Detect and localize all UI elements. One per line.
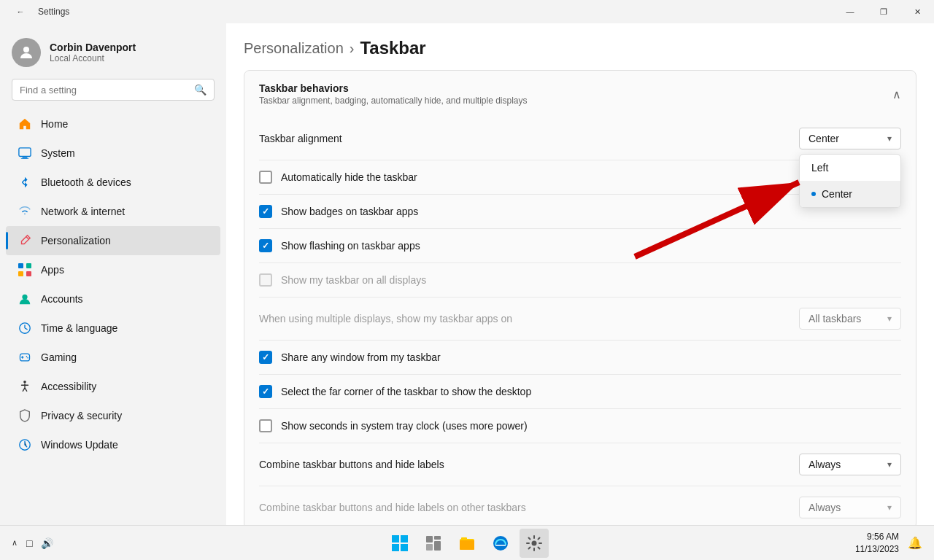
section-header[interactable]: Taskbar behaviors Taskbar alignment, bad… xyxy=(244,71,916,117)
start-button[interactable] xyxy=(385,529,414,558)
breadcrumb-separator: › xyxy=(350,40,355,57)
combine-buttons-other-dropdown[interactable]: Always ▾ xyxy=(799,497,901,518)
edge-button[interactable] xyxy=(486,529,515,558)
setting-label-show-badges: Show badges on taskbar apps xyxy=(281,206,418,217)
sidebar: Corbin Davenport Local Account 🔍 Home Sy… xyxy=(0,23,226,525)
sidebar-item-apps[interactable]: Apps xyxy=(6,255,220,284)
minimize-button[interactable]: — xyxy=(833,0,867,23)
sys-tray-expand-icon[interactable]: ∧ xyxy=(9,535,20,551)
avatar xyxy=(12,38,41,67)
multiple-displays-dropdown[interactable]: All taskbars ▾ xyxy=(799,308,901,330)
checkbox-show-flashing[interactable] xyxy=(259,239,272,252)
section-body: Taskbar alignment Center ▾ Left xyxy=(244,117,916,525)
collapse-icon: ∧ xyxy=(892,88,901,101)
svg-rect-28 xyxy=(426,536,433,542)
settings-button[interactable] xyxy=(520,529,549,558)
sidebar-label-gaming: Gaming xyxy=(41,351,77,363)
titlebar-controls: — ❐ ✕ xyxy=(833,0,934,23)
alignment-option-left-label: Left xyxy=(811,162,828,174)
search-box[interactable]: 🔍 xyxy=(12,79,215,101)
setting-row-far-corner: Select the far corner of the taskbar to … xyxy=(259,374,901,408)
titlebar-left: ← Settings xyxy=(9,0,69,23)
user-profile: Corbin Davenport Local Account xyxy=(0,29,226,79)
setting-label-show-seconds: Show seconds in system tray clock (uses … xyxy=(281,420,528,432)
combine-buttons-other-value: Always xyxy=(808,502,841,513)
widgets-button[interactable] xyxy=(419,529,448,558)
sidebar-item-personalization[interactable]: Personalization xyxy=(6,226,220,255)
accessibility-icon xyxy=(18,379,32,394)
svg-point-19 xyxy=(27,357,28,359)
svg-line-6 xyxy=(26,237,29,240)
sidebar-item-accounts[interactable]: Accounts xyxy=(6,284,220,314)
checkbox-share-window[interactable] xyxy=(259,351,272,364)
taskbar-time[interactable]: 9:56 AM 11/13/2023 xyxy=(855,531,899,556)
sidebar-item-accessibility[interactable]: Accessibility xyxy=(6,372,220,401)
taskbar-sys-tray: ∧ □ 🔊 xyxy=(9,534,56,552)
setting-label-show-flashing: Show flashing on taskbar apps xyxy=(281,240,420,252)
sidebar-item-privacy[interactable]: Privacy & security xyxy=(6,401,220,430)
sidebar-label-update: Windows Update xyxy=(41,439,118,451)
sidebar-item-network[interactable]: Network & internet xyxy=(6,197,220,226)
taskbar-left: ∧ □ 🔊 xyxy=(9,534,56,552)
sidebar-label-accounts: Accounts xyxy=(41,293,83,305)
setting-label-group-show-badges: Show badges on taskbar apps xyxy=(259,205,418,218)
back-button[interactable]: ← xyxy=(9,0,32,23)
setting-row-combine-buttons-other: Combine taskbar buttons and hide labels … xyxy=(259,486,901,525)
alignment-option-left[interactable]: Left xyxy=(800,155,900,181)
sidebar-item-bluetooth[interactable]: Bluetooth & devices xyxy=(6,168,220,197)
alignment-option-center-label: Center xyxy=(822,188,852,200)
sidebar-item-update[interactable]: Windows Update xyxy=(6,430,220,459)
combine-buttons-arrow-icon: ▾ xyxy=(887,459,892,470)
user-role: Local Account xyxy=(50,53,136,63)
bluetooth-icon xyxy=(18,175,32,190)
clock-time: 9:56 AM xyxy=(855,531,899,543)
sidebar-label-personalization: Personalization xyxy=(41,235,111,246)
notification-bell[interactable]: 🔔 xyxy=(905,533,925,553)
checkbox-show-seconds[interactable] xyxy=(259,419,272,432)
accounts-icon xyxy=(18,292,32,306)
checkbox-auto-hide[interactable] xyxy=(259,171,272,184)
alignment-dropdown[interactable]: Center ▾ xyxy=(799,128,901,149)
setting-label-share-window: Share any window from my taskbar xyxy=(281,351,441,363)
setting-label-group-show-seconds: Show seconds in system tray clock (uses … xyxy=(259,419,528,432)
volume-tray-icon[interactable]: 🔊 xyxy=(38,534,56,552)
search-input[interactable] xyxy=(20,85,188,96)
network-tray-icon[interactable]: □ xyxy=(23,534,35,552)
home-icon xyxy=(18,117,32,131)
network-icon xyxy=(18,204,32,219)
setting-label-auto-hide: Automatically hide the taskbar xyxy=(281,171,417,183)
combine-buttons-dropdown[interactable]: Always ▾ xyxy=(799,454,901,475)
checkbox-show-badges[interactable] xyxy=(259,205,272,218)
sidebar-item-time[interactable]: Time & language xyxy=(6,314,220,343)
breadcrumb-parent[interactable]: Personalization xyxy=(244,40,344,57)
sidebar-item-home[interactable]: Home xyxy=(6,109,220,139)
sidebar-label-time: Time & language xyxy=(41,322,117,334)
main-content: Personalization › Taskbar Taskbar behavi… xyxy=(226,23,934,525)
sidebar-item-gaming[interactable]: Gaming xyxy=(6,343,220,372)
setting-row-show-flashing: Show flashing on taskbar apps xyxy=(259,228,901,262)
svg-line-4 xyxy=(22,179,25,182)
multiple-displays-value: All taskbars xyxy=(808,313,861,324)
svg-point-18 xyxy=(26,356,28,357)
sidebar-label-privacy: Privacy & security xyxy=(41,410,122,421)
sidebar-label-apps: Apps xyxy=(41,264,64,276)
taskbar-right: 9:56 AM 11/13/2023 🔔 xyxy=(855,531,925,556)
setting-label-group-far-corner: Select the far corner of the taskbar to … xyxy=(259,385,531,398)
maximize-button[interactable]: ❐ xyxy=(867,0,900,23)
user-info: Corbin Davenport Local Account xyxy=(50,42,136,63)
setting-label-combine-buttons: Combine taskbar buttons and hide labels xyxy=(259,459,444,470)
update-icon xyxy=(18,438,32,452)
svg-rect-2 xyxy=(22,157,27,158)
file-explorer-button[interactable] xyxy=(452,529,482,558)
close-button[interactable]: ✕ xyxy=(900,0,934,23)
sidebar-item-system[interactable]: System xyxy=(6,139,220,168)
svg-rect-30 xyxy=(426,544,433,551)
svg-rect-7 xyxy=(18,263,23,268)
checkbox-all-displays[interactable] xyxy=(259,273,272,287)
checkbox-far-corner[interactable] xyxy=(259,385,272,398)
privacy-icon xyxy=(18,408,32,423)
svg-line-14 xyxy=(25,328,28,330)
nav-list: Home System Bluetooth & devices Network … xyxy=(0,109,226,459)
alignment-option-center[interactable]: Center xyxy=(800,181,900,207)
taskbar-behaviors-section: Taskbar behaviors Taskbar alignment, bad… xyxy=(244,70,916,525)
